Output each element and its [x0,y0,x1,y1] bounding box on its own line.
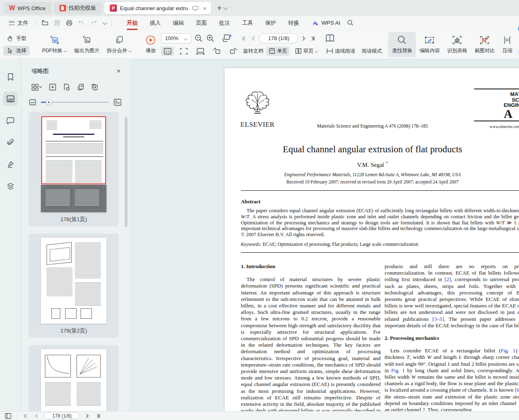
actual-size-button[interactable]: 1:1 [161,47,174,56]
undo-icon[interactable] [78,20,85,26]
page-number-input[interactable]: 178 (1/8) [44,412,80,419]
fit-width-button[interactable] [194,47,207,56]
tab-pdf-document[interactable]: P Equal channel angular extru × [104,2,211,14]
signature-panel-button[interactable] [3,157,18,172]
next-page-icon[interactable] [301,36,306,41]
zoom-out-icon[interactable] [194,34,203,43]
menu-item-edit[interactable]: 编辑 [167,17,190,29]
screenshot-compare-label: 截图对比 [474,47,495,54]
last-page-icon[interactable] [309,36,316,41]
monitor-icon[interactable] [192,6,198,11]
menu-item-home[interactable]: 开始 [121,17,144,29]
hand-tool-button[interactable]: 手型 [3,34,30,43]
layers-panel-button[interactable] [3,179,18,194]
add-page-icon[interactable] [49,83,56,91]
menu-item-page[interactable]: 页面 [190,17,213,29]
section1-heading: 1. Introduction [241,263,381,270]
menu-item-tools[interactable]: 工具 [236,17,259,29]
citation-link[interactable]: [6] [515,387,519,393]
menu-item-protect[interactable]: 保护 [259,17,282,29]
thumbnail-card-page1[interactable]: 178(第1页) [29,112,119,226]
open-folder-icon[interactable] [42,20,49,26]
thumbnail-card-page3[interactable] [29,345,119,411]
tab-list-chevron-icon[interactable] [223,5,228,10]
rotate-left-button[interactable] [211,46,223,56]
thumbnail-size-slider[interactable] [41,102,109,103]
read-mode-icon[interactable] [325,34,335,43]
comments-panel-button[interactable] [3,113,18,128]
page2-thumbnail [41,238,106,324]
rotate-right-button[interactable] [227,46,240,56]
last-page-icon[interactable] [95,414,101,418]
citation-link[interactable]: [3–5] [432,316,444,322]
continuous-read-button[interactable]: 连续阅读 [324,47,357,56]
copy-page-icon[interactable] [77,83,84,91]
slider-knob[interactable] [46,99,52,105]
screenshot-compare-button[interactable]: 截图对比 [471,32,498,57]
edit-content-button[interactable]: 编辑内容 [416,32,443,57]
grid-view-icon[interactable] [32,84,42,91]
prev-page-icon[interactable] [34,414,38,418]
redo-icon[interactable] [90,20,97,26]
close-icon[interactable]: × [201,5,208,12]
author-asterisk-link[interactable]: * [386,160,388,165]
fit-page-button[interactable] [177,47,190,56]
double-page-button[interactable]: 双页 [293,47,321,56]
search-icon[interactable] [347,19,354,26]
tab-bar: W WPS Office 找稻壳模板 P Equal channel angul… [0,0,519,16]
close-icon[interactable]: × [117,67,121,75]
rotate-document-icon[interactable] [222,34,233,43]
attachments-panel-button[interactable] [3,135,18,150]
panel-scrollbar[interactable] [125,117,128,227]
export-image-button[interactable]: 输出为图片 [70,32,103,57]
zoom-select[interactable]: 100% [161,33,191,43]
tab-docer-templates[interactable]: 找稻壳模板 [54,2,102,14]
select-tool-button[interactable]: 选择 [3,46,30,55]
compress-button[interactable]: 压缩 [498,32,516,57]
split-merge-button[interactable]: 拆分合并 [103,32,135,57]
recognize-table-button[interactable]: 识别表格 [443,32,471,57]
export-image-label: 输出为图片 [74,47,100,54]
single-page-button[interactable]: 单页 [266,47,289,56]
bookmarks-panel-button[interactable] [3,70,18,84]
divider [111,20,112,26]
find-replace-button[interactable]: 查找替换 [388,32,416,57]
save-icon[interactable] [54,20,60,26]
wps-ai-button[interactable]: WPS AI [312,20,340,26]
first-page-icon[interactable] [23,414,29,418]
large-thumbnail-icon [114,99,121,106]
new-tab-button[interactable]: + [217,4,222,13]
first-page-icon[interactable] [241,36,248,41]
print-icon[interactable] [66,20,72,26]
zoom-in-icon[interactable] [206,34,215,43]
figure-link[interactable]: Fig. 1 [391,367,404,373]
more-chevron-icon[interactable] [102,20,107,24]
menu-item-insert[interactable]: 插入 [144,17,167,29]
select-tool-label: 选择 [16,47,26,54]
thumbnail-card-page2[interactable]: 179(第2页) [29,234,119,338]
toggle-sidebar-icon[interactable] [5,413,11,419]
recognize-table-icon [452,35,462,45]
file-menu[interactable]: 文件 [5,19,32,27]
next-page-icon[interactable] [85,414,89,418]
figure-link[interactable]: Fig. 1 [501,348,516,354]
double-page-label: 双页 [303,48,313,55]
menu-item-convert[interactable]: 转换 [282,17,305,29]
page-number-input[interactable]: 178 (1/8) [259,33,298,43]
journal-logo: MATERIALS SCIENCE & ENGINEERING A www.el… [474,88,519,129]
section2-heading: 2. Processing mechanics [385,335,519,341]
svg-text:W: W [53,38,57,43]
prev-page-icon[interactable] [251,36,256,41]
thumbnails-panel-button[interactable] [3,92,18,106]
export-pages-icon[interactable] [91,83,99,91]
extract-page-icon[interactable] [63,83,70,91]
play-button[interactable]: 播放 [142,32,160,57]
menu-item-comment[interactable]: 批注 [213,17,236,29]
tab-wps-office[interactable]: W WPS Office [3,2,51,14]
citation-link[interactable]: [2] [445,276,451,282]
pdf-page: ELSEVIER Materials Science and Engineeri… [225,68,519,411]
read-mode-label[interactable]: 阅读模式 [362,48,382,55]
document-view[interactable]: ELSEVIER Materials Science and Engineeri… [130,59,519,411]
pdf-convert-button[interactable]: W PDF转换 [38,32,70,57]
menu-bar: 文件 开始 插入 编辑 页面 批注 工具 保护 转换 WPS AI [0,16,519,30]
